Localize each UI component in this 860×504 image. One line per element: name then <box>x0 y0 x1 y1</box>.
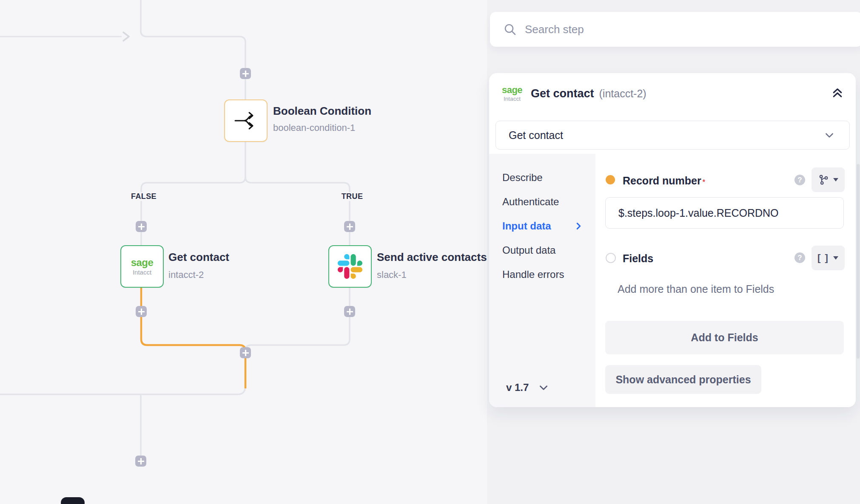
node-subtitle: boolean-condition-1 <box>273 122 355 133</box>
panel-step-id: (intacct-2) <box>599 88 646 100</box>
node-title: Boolean Condition <box>273 105 371 118</box>
branch-arrows-icon <box>233 108 259 134</box>
branch-label-false: FALSE <box>126 192 161 201</box>
jsonpath-mode-button[interactable] <box>812 167 845 192</box>
panel-header: sage Intacct Get contact (intacct-2) <box>500 82 846 105</box>
add-step-button[interactable] <box>344 306 355 317</box>
field-empty-indicator <box>606 253 616 263</box>
required-asterisk: * <box>703 178 705 186</box>
record-number-input[interactable] <box>618 207 832 220</box>
dropdown-caret-icon <box>833 177 839 182</box>
operation-select[interactable]: Get contact <box>495 121 850 150</box>
version-selector[interactable]: v 1.7 <box>506 382 549 394</box>
workflow-canvas[interactable]: FALSE TRUE Boolean Condition boolean-con… <box>0 0 487 504</box>
chevron-down-icon <box>824 130 835 141</box>
plus-icon <box>138 309 145 315</box>
node-title: Send active contacts <box>377 251 487 264</box>
help-icon[interactable]: ? <box>795 175 805 185</box>
add-step-button[interactable] <box>136 306 147 317</box>
executed-path <box>141 286 245 388</box>
field-filled-indicator <box>606 175 615 184</box>
plus-icon <box>242 350 249 356</box>
help-icon[interactable]: ? <box>795 252 805 263</box>
node-subtitle: slack-1 <box>377 269 407 280</box>
fields-label: Fields <box>623 252 653 265</box>
search-step-input[interactable] <box>524 23 860 37</box>
tab-output-data[interactable]: Output data <box>502 242 592 259</box>
plus-icon <box>138 458 144 464</box>
plus-icon <box>242 71 249 77</box>
operation-select-value: Get contact <box>509 129 824 142</box>
slack-logo <box>338 254 362 279</box>
add-step-button[interactable] <box>240 68 251 79</box>
add-step-button[interactable] <box>240 347 251 358</box>
add-step-button[interactable] <box>136 221 147 232</box>
show-advanced-properties-button[interactable]: Show advanced properties <box>605 365 761 394</box>
node-subtitle: intacct-2 <box>168 269 204 280</box>
array-brackets-icon: [ ] <box>817 252 829 263</box>
scrollbar-thumb[interactable] <box>857 164 860 359</box>
arrowhead-icon <box>123 32 129 41</box>
plus-icon <box>347 224 353 230</box>
node-send-active-contacts[interactable] <box>328 245 372 288</box>
search-step-bar[interactable] <box>490 12 860 47</box>
node-get-contact[interactable]: sage Intacct <box>120 245 164 288</box>
record-number-label: Record number* <box>623 175 705 187</box>
branch-label-true: TRUE <box>335 192 370 201</box>
active-tab-arrow-icon <box>574 221 583 231</box>
tab-describe[interactable]: Describe <box>502 169 592 186</box>
sage-intacct-logo: sage Intacct <box>131 258 154 275</box>
fields-hint-text: Add more than one item to Fields <box>618 283 774 295</box>
record-number-input-box[interactable] <box>605 197 844 229</box>
add-step-button[interactable] <box>344 221 355 232</box>
add-to-fields-button[interactable]: Add to Fields <box>605 321 844 354</box>
search-icon <box>504 23 516 36</box>
chevron-down-icon <box>538 382 549 393</box>
canvas-controls-partial[interactable] <box>61 497 85 504</box>
tab-authenticate[interactable]: Authenticate <box>502 193 592 210</box>
add-step-button[interactable] <box>135 456 146 467</box>
tab-handle-errors[interactable]: Handle errors <box>502 266 592 283</box>
plus-icon <box>138 224 145 230</box>
node-title: Get contact <box>168 251 229 264</box>
dropdown-caret-icon <box>833 255 839 260</box>
version-label: v 1.7 <box>506 382 529 394</box>
git-branch-icon <box>818 174 829 185</box>
panel-step-title: Get contact <box>531 87 594 100</box>
tab-input-data[interactable]: Input data <box>502 218 592 235</box>
sage-intacct-logo: sage Intacct <box>500 85 524 102</box>
node-boolean-condition[interactable] <box>224 99 268 142</box>
plus-icon <box>347 309 353 315</box>
array-type-button[interactable]: [ ] <box>812 246 845 270</box>
collapse-panel-icon[interactable] <box>831 87 844 99</box>
